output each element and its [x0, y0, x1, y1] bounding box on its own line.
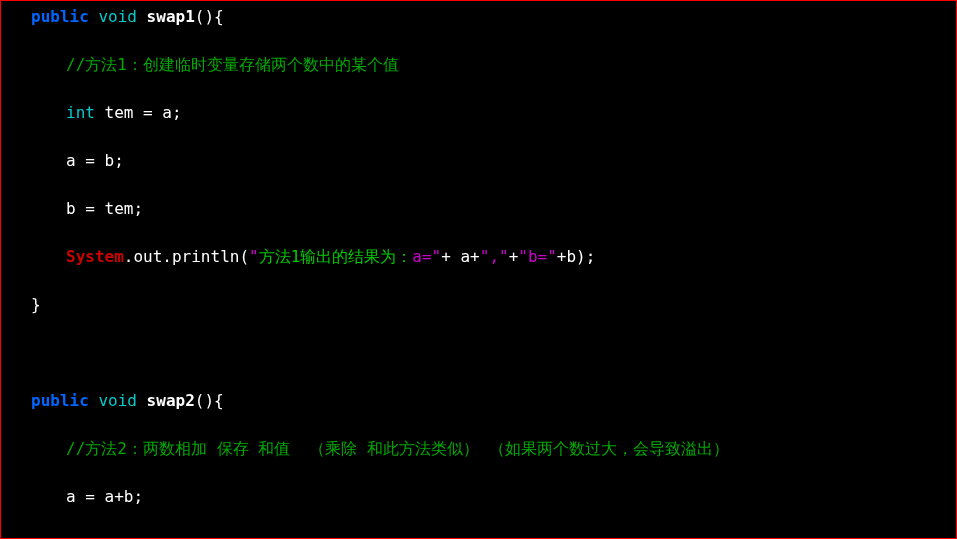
keyword-void: void [98, 7, 137, 26]
plus1: + a+ [441, 247, 480, 266]
blank-line [1, 341, 956, 365]
code-block: public void swap1(){ //方法1：创建临时变量存储两个数中的… [1, 1, 956, 539]
quote-close: " [432, 247, 442, 266]
string-zh: 方法1输出的结果为： [259, 247, 413, 266]
comma-str: "," [480, 247, 509, 266]
code-text: tem = a; [95, 103, 182, 122]
plus3: +b); [557, 247, 596, 266]
swap1-println: System.out.println("方法1输出的结果为：a="+ a+","… [1, 245, 956, 269]
paren-brace: (){ [195, 7, 224, 26]
swap2-comment: //方法2：两数相加 保存 和值 （乘除 和此方法类似） （如果两个数过大，会导… [1, 437, 956, 461]
plus2: + [509, 247, 519, 266]
swap1-line3: b = tem; [1, 197, 956, 221]
keyword-int: int [66, 103, 95, 122]
string-b: "b=" [518, 247, 557, 266]
swap2-line2: b = a-b; [1, 533, 956, 539]
keyword-void: void [98, 391, 137, 410]
swap1-comment: //方法1：创建临时变量存储两个数中的某个值 [1, 53, 956, 77]
quote-open: " [249, 247, 259, 266]
swap1-close: } [1, 293, 956, 317]
swap2-line1: a = a+b; [1, 485, 956, 509]
class-system: System [66, 247, 124, 266]
swap1-signature: public void swap1(){ [1, 5, 956, 29]
string-a: a= [412, 247, 431, 266]
method-name: swap2 [147, 391, 195, 410]
method-name: swap1 [147, 7, 195, 26]
keyword-public: public [31, 391, 89, 410]
swap1-line2: a = b; [1, 149, 956, 173]
out-println: .out.println( [124, 247, 249, 266]
keyword-public: public [31, 7, 89, 26]
swap1-line1: int tem = a; [1, 101, 956, 125]
paren-brace: (){ [195, 391, 224, 410]
swap2-signature: public void swap2(){ [1, 389, 956, 413]
